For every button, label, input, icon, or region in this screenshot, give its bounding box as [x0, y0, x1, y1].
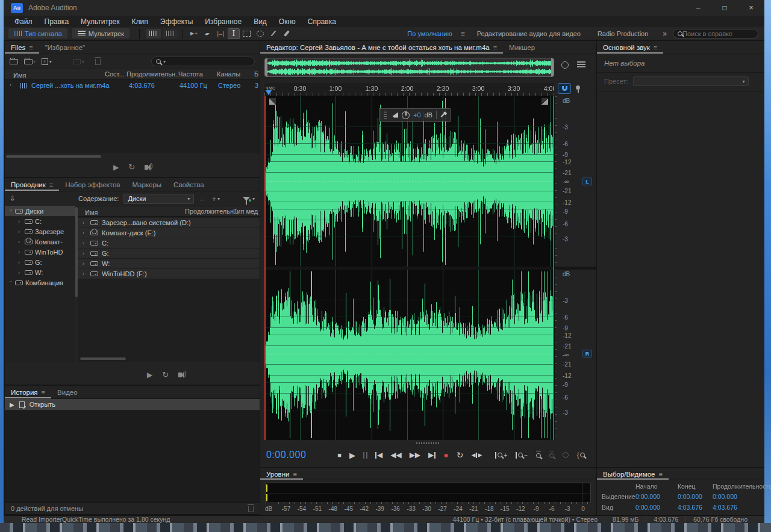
tab-favorites[interactable]: "Избранное": [39, 41, 91, 54]
menu-item[interactable]: Избранное: [199, 17, 248, 26]
files-search-box[interactable]: ▾: [151, 57, 255, 66]
workspace-default[interactable]: По умолчанию: [399, 30, 460, 37]
preview-play-button[interactable]: ▶: [147, 371, 152, 379]
marquee-selection-tool[interactable]: [241, 28, 253, 39]
drive-row[interactable]: › WinToHDD (F:): [78, 269, 260, 279]
tree-chevron-icon[interactable]: ›: [18, 239, 22, 245]
panel-menu-icon[interactable]: ≡: [49, 181, 53, 188]
col-state[interactable]: Сост...: [105, 70, 125, 78]
col-duration[interactable]: Продолжительн...: [185, 208, 239, 215]
tab-selection-view[interactable]: Выбор/Видимое ≡: [597, 468, 669, 480]
overview-waveform-canvas[interactable]: [265, 58, 554, 76]
clip-start-edge[interactable]: [264, 96, 266, 440]
close-button[interactable]: ×: [738, 0, 764, 16]
preset-dropdown[interactable]: ▾: [633, 76, 749, 86]
menu-item[interactable]: Справка: [302, 17, 342, 26]
zoom-reset-button[interactable]: [563, 452, 569, 458]
slip-tool[interactable]: |↔|: [214, 28, 226, 39]
file-row[interactable]: › Сергей ...хоть на миг.m4a 4:03.676 441…: [5, 81, 260, 91]
gain-value[interactable]: +0: [413, 111, 421, 119]
gain-knob-icon[interactable]: [402, 111, 410, 119]
spectral-display-toggle[interactable]: [163, 29, 178, 39]
tree-chevron-icon[interactable]: ›: [18, 229, 22, 235]
tree-item[interactable]: › Компакт-: [5, 237, 75, 247]
menu-item[interactable]: Клип: [126, 17, 154, 26]
waveform-view-button[interactable]: Тип сигнала: [8, 28, 67, 39]
menu-item[interactable]: Файл: [8, 17, 39, 26]
overview-navigator[interactable]: [264, 58, 554, 77]
waveform-canvas[interactable]: [264, 96, 554, 440]
tree-item[interactable]: › G:: [5, 257, 75, 267]
tab-files[interactable]: Files ≡: [5, 41, 39, 54]
overview-left-handle[interactable]: [265, 58, 267, 76]
tree-chevron-icon[interactable]: ›: [8, 209, 14, 213]
preview-play-button[interactable]: ▶: [113, 163, 119, 172]
tab-markers[interactable]: Маркеры: [126, 178, 167, 191]
volume-hud[interactable]: +0 dB: [379, 108, 451, 122]
zoom-in-selection-button[interactable]: [536, 451, 541, 459]
pause-button[interactable]: [363, 452, 367, 459]
time-display[interactable]: 0:00.000: [266, 450, 306, 460]
workspace-overflow-icon[interactable]: »: [657, 29, 673, 38]
menu-item[interactable]: Окно: [273, 17, 302, 26]
row-expand-icon[interactable]: ›: [83, 240, 87, 246]
view-duration[interactable]: 4:03.676: [713, 504, 737, 511]
menu-item[interactable]: Правка: [39, 17, 75, 26]
panel-menu-icon[interactable]: ≡: [654, 44, 657, 51]
panel-menu-icon[interactable]: ≡: [29, 44, 33, 51]
time-selection-tool[interactable]: I: [228, 28, 240, 39]
import-file-button[interactable]: ›: [24, 59, 36, 64]
open-file-button[interactable]: [10, 59, 18, 64]
fast-forward-button[interactable]: ▶▶: [410, 451, 420, 459]
left-channel-badge[interactable]: L: [582, 178, 592, 185]
tab-effects-rack[interactable]: Набор эффектов: [59, 178, 126, 191]
new-file-button[interactable]: +▾: [42, 58, 52, 65]
auto-play-speaker-icon[interactable]: [145, 165, 148, 170]
workspace-menu-icon[interactable]: ≡: [461, 29, 465, 38]
waveform-display-toggle[interactable]: [146, 29, 161, 39]
row-expand-icon[interactable]: ›: [10, 82, 11, 88]
tree-chevron-icon[interactable]: ›: [8, 280, 14, 285]
tab-essential-sound[interactable]: Основной звук ≡: [597, 41, 663, 54]
workspace-radio-production[interactable]: Radio Production: [589, 30, 657, 37]
tab-video[interactable]: Видео: [51, 386, 84, 398]
selection-start[interactable]: 0:00.000: [635, 493, 660, 500]
files-hscrollbar[interactable]: [6, 155, 101, 158]
go-to-end-button[interactable]: ▶: [428, 451, 435, 459]
list-hscrollbar[interactable]: [80, 357, 126, 360]
fade-out-handle[interactable]: [542, 98, 548, 105]
zoom-navigate-icon[interactable]: [561, 61, 569, 69]
multitrack-view-button[interactable]: Мультитрек: [72, 28, 130, 39]
display-options-icon[interactable]: [577, 61, 585, 68]
tab-editor[interactable]: Редактор: Сергей Завьялов - А мне с тобо…: [260, 41, 503, 54]
tree-item[interactable]: › C:: [5, 216, 75, 226]
tree-chevron-icon[interactable]: ›: [18, 249, 22, 255]
stop-button[interactable]: ■: [337, 451, 342, 459]
timeline-ruler[interactable]: чмс 0:301:001:302:002:303:003:304:00: [264, 83, 554, 96]
col-media-type[interactable]: Тип мед: [233, 208, 258, 215]
minimize-button[interactable]: –: [685, 0, 711, 16]
drive-row[interactable]: › G:: [78, 249, 260, 258]
rewind-button[interactable]: ◀◀: [390, 451, 401, 459]
tree-item[interactable]: › WinToHD: [5, 247, 75, 257]
loop-playback-button[interactable]: ↻: [128, 162, 135, 172]
snap-toggle[interactable]: [558, 83, 571, 94]
help-search-box[interactable]: [673, 29, 758, 39]
tree-chevron-icon[interactable]: ›: [18, 270, 22, 276]
tree-chevron-icon[interactable]: ›: [18, 218, 22, 224]
row-expand-icon[interactable]: ›: [83, 261, 87, 267]
row-expand-icon[interactable]: ›: [83, 230, 87, 236]
zoom-in-horizontal-button[interactable]: +: [495, 452, 507, 459]
right-channel-badge[interactable]: R: [582, 350, 592, 357]
zoom-to-selection-button[interactable]: {: [577, 452, 585, 459]
tab-properties[interactable]: Свойства: [167, 178, 210, 191]
marker-icon[interactable]: [576, 85, 580, 90]
pin-hud-icon[interactable]: [441, 113, 446, 117]
skip-selection-button[interactable]: ◀▶: [472, 452, 482, 458]
zoom-out-selection-button[interactable]: [549, 451, 554, 459]
razor-tool[interactable]: [199, 28, 215, 39]
col-bits[interactable]: Б: [254, 70, 258, 78]
filter-button[interactable]: ▾: [243, 196, 255, 202]
level-meter[interactable]: [265, 483, 591, 503]
drive-row[interactable]: › Зарезер...вано системой (D:): [78, 218, 260, 227]
